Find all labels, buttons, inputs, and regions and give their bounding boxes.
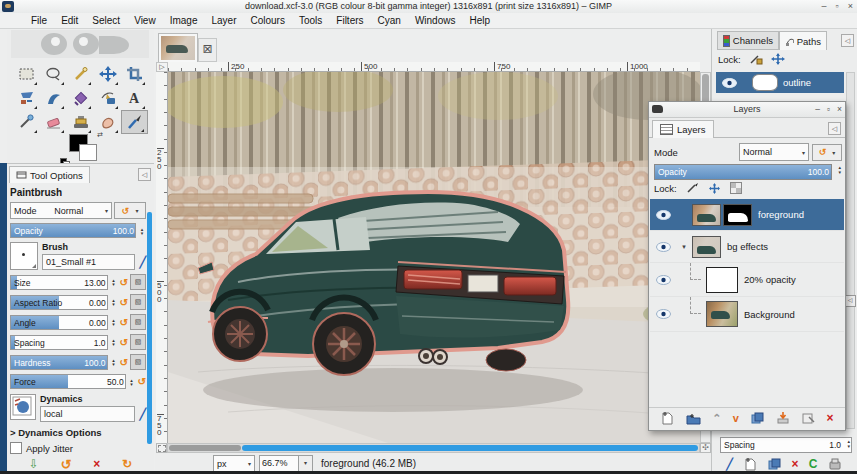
menu-layer[interactable]: Layer — [204, 15, 243, 26]
paths-tab[interactable]: Paths — [779, 31, 827, 50]
tool-clone[interactable] — [67, 110, 94, 134]
apply-jitter-checkbox[interactable]: Apply Jitter — [10, 442, 146, 454]
opacity-slider[interactable]: Opacity 100.0 — [10, 223, 136, 238]
layer-name[interactable]: Background — [744, 309, 795, 320]
force-reset-icon[interactable]: ↺ — [138, 376, 146, 387]
tool-bucket-fill[interactable] — [67, 86, 94, 110]
tool-options-scrollbar[interactable] — [147, 212, 152, 444]
group-expander-icon[interactable]: ▾ — [676, 243, 692, 251]
hardness-link-button[interactable]: ▧ — [130, 354, 146, 370]
new-group-icon[interactable] — [686, 412, 701, 425]
layer-thumbnail[interactable] — [706, 267, 738, 293]
image-tab-2[interactable]: ⊠ — [198, 38, 217, 62]
size-reset-icon[interactable]: ↺ — [120, 277, 128, 288]
mode-reset-button[interactable]: ↺▾ — [114, 202, 146, 219]
unit-dropdown[interactable]: px ▾ — [213, 455, 255, 472]
new-layer-icon[interactable] — [660, 411, 674, 425]
hardness-reset-icon[interactable]: ↺ — [120, 357, 128, 368]
menu-filters[interactable]: Filters — [329, 15, 370, 26]
size-slider[interactable]: Size 13.00 — [10, 275, 108, 290]
angle-link-button[interactable]: ▧ — [130, 314, 146, 330]
title-bar[interactable]: download.xcf-3.0 (RGB colour 8-bit gamma… — [0, 0, 857, 14]
menu-view[interactable]: View — [127, 15, 163, 26]
angle-spinner[interactable]: ▴▾ — [110, 316, 118, 329]
close-button[interactable]: × — [848, 0, 853, 13]
brush-name-field[interactable]: 01_Small #1 — [42, 254, 135, 270]
dock-menu-arrow[interactable]: ◁ — [138, 168, 151, 181]
raise-layer-icon[interactable]: ⌃ — [712, 412, 721, 425]
layers-tab[interactable]: Layers — [652, 120, 714, 138]
layer-name[interactable]: foreground — [758, 209, 804, 220]
layer-name[interactable]: bg effects — [727, 241, 768, 252]
horizontal-scrollbar-track-segment[interactable] — [169, 445, 241, 451]
eye-icon[interactable] — [722, 78, 737, 88]
layer-mode-reset-button[interactable]: ↺▾ — [812, 144, 842, 161]
image-tab-active[interactable] — [158, 33, 198, 62]
eye-icon[interactable] — [656, 275, 671, 285]
angle-reset-icon[interactable]: ↺ — [120, 317, 128, 328]
size-spinner[interactable]: ▴▾ — [110, 276, 118, 289]
reset-tool-icon[interactable]: ↻ — [122, 457, 132, 472]
layer-opacity-slider[interactable]: Opacity 100.0 — [654, 164, 832, 180]
aspect-ratio-spinner[interactable]: ▴▾ — [110, 296, 118, 309]
layer-row-background[interactable]: Background — [650, 297, 844, 332]
eye-icon[interactable] — [656, 210, 671, 220]
menu-windows[interactable]: Windows — [408, 15, 463, 26]
tool-rectangle-select[interactable] — [13, 62, 40, 86]
lock-pixels-icon[interactable] — [686, 183, 699, 194]
hardness-slider[interactable]: Hardness 100.0 — [10, 355, 108, 370]
layer-row-foreground[interactable]: foreground — [650, 199, 844, 231]
new-brush-icon[interactable] — [743, 457, 757, 471]
eye-icon[interactable] — [656, 309, 671, 319]
path-item-outline[interactable]: outline — [716, 72, 844, 93]
maximize-button[interactable]: ▫ — [836, 0, 839, 13]
spacing-reset-icon[interactable]: ↺ — [120, 337, 128, 348]
force-spinner[interactable]: ▴▾ — [128, 375, 136, 388]
zoom-level-field[interactable]: 66.7% — [259, 455, 299, 472]
channels-tab[interactable]: Channels — [717, 31, 779, 50]
layers-maximize-button[interactable]: ▫ — [827, 102, 830, 117]
menu-tools[interactable]: Tools — [292, 15, 329, 26]
background-color-swatch[interactable] — [79, 144, 97, 161]
dynamics-options-expander[interactable]: > Dynamics Options — [10, 427, 146, 438]
layer-row-bg-effects[interactable]: ▾ bg effects — [650, 231, 844, 263]
lock-position-icon[interactable] — [771, 53, 785, 65]
duplicate-brush-icon[interactable] — [767, 457, 781, 471]
spacing-spinner[interactable]: ▴▾ — [847, 439, 850, 449]
lock-position-icon[interactable] — [708, 183, 721, 194]
tool-unified-transform[interactable] — [13, 86, 40, 110]
dock-menu-arrow[interactable]: ◁ — [828, 122, 841, 135]
menu-cyan[interactable]: Cyan — [371, 15, 408, 26]
paint-mode-dropdown[interactable]: Mode Normal ▾ — [10, 202, 112, 219]
dynamics-thumbnail[interactable] — [10, 394, 36, 420]
layers-window-titlebar[interactable]: Layers – ▫ × — [649, 102, 845, 118]
spacing-slider[interactable]: Spacing 1.0 — [10, 335, 108, 350]
hardness-spinner[interactable]: ▴▾ — [110, 356, 118, 369]
dynamics-name-field[interactable]: local — [40, 406, 135, 422]
layer-mode-dropdown[interactable]: Normal ▾ — [739, 143, 809, 161]
delete-layer-icon[interactable]: × — [826, 411, 833, 425]
open-brush-icon[interactable] — [828, 457, 842, 471]
menu-image[interactable]: Image — [163, 15, 205, 26]
ruler-corner-button[interactable]: ▷ — [156, 62, 168, 72]
tool-fuzzy-select[interactable] — [67, 62, 94, 86]
spacing-link-button[interactable]: ▧ — [130, 334, 146, 350]
aspect-ratio-reset-icon[interactable]: ↺ — [120, 297, 128, 308]
restore-preset-icon[interactable]: ↺ — [61, 457, 72, 472]
tool-crop[interactable] — [121, 62, 148, 86]
save-preset-icon[interactable]: ⇩ — [29, 457, 39, 472]
layer-thumbnail[interactable] — [706, 301, 738, 327]
zoom-dropdown-button[interactable]: ▾ — [299, 455, 313, 472]
force-slider[interactable]: Force 50.0 — [10, 374, 126, 389]
dock-scrollbar[interactable] — [846, 72, 855, 429]
layer-opacity-spinner[interactable]: ▴▾ — [838, 165, 841, 175]
refresh-brushes-icon[interactable]: C — [809, 457, 818, 471]
eye-icon[interactable] — [656, 242, 671, 252]
tool-paintbrush[interactable] — [121, 110, 148, 134]
tool-text[interactable]: A — [121, 86, 148, 110]
tool-free-select[interactable] — [40, 62, 67, 86]
quick-mask-toggle[interactable] — [156, 443, 167, 453]
canvas-navigation-button[interactable]: ✣ — [700, 443, 711, 453]
spacing-spinner[interactable]: ▴▾ — [110, 336, 118, 349]
layers-minimize-button[interactable]: – — [815, 102, 820, 117]
